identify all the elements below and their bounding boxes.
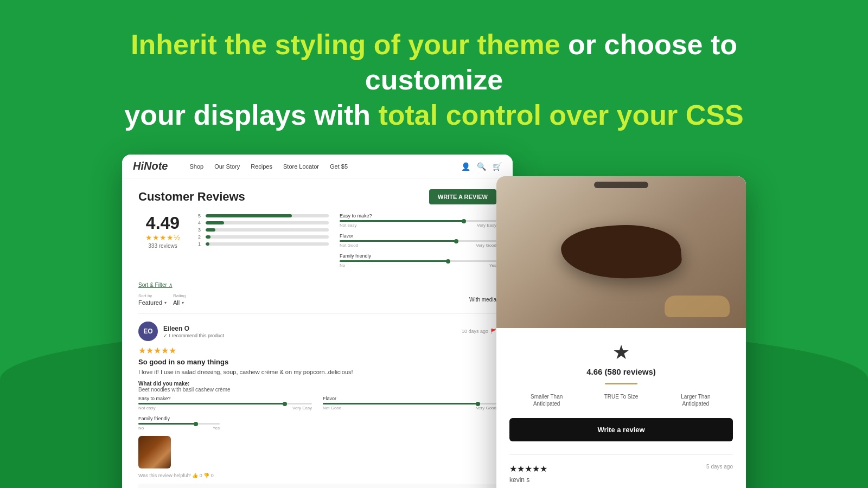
fit-true: TRUE To Size [584, 393, 658, 407]
reviewer-name: Eileen O [163, 325, 224, 332]
family-friendly-slider: Family friendly NoYes [340, 253, 496, 268]
sort-by-select[interactable]: Featured ▾ [138, 299, 167, 306]
bar-row-2: 2 [198, 234, 329, 240]
fit-larger: Larger ThanAnticipated [659, 393, 733, 407]
bar-row-3: 3 [198, 227, 329, 233]
rating-select[interactable]: All ▾ [173, 299, 186, 306]
user-icon[interactable]: 👤 [461, 162, 470, 171]
sort-filter-toggle[interactable]: Sort & Filter ∧ [138, 282, 496, 288]
shoe-accent [665, 296, 730, 317]
right-review-1-header: ★★★★★ 5 days ago [509, 464, 733, 474]
review-item: EO Eileen O ✓ I recommend this product 1… [138, 313, 496, 488]
with-media-filter[interactable]: With media [469, 297, 496, 303]
review-attribute-sliders: Easy to make? Not easyVery Easy Flavor [138, 396, 496, 410]
review-stars: ★★★★★ [138, 345, 496, 356]
overall-stars: ★★★★½ [138, 233, 187, 242]
bar-row-1: 1 [198, 241, 329, 247]
reviews-section: Customer Reviews WRITE A REVIEW 4.49 ★★★… [122, 178, 513, 488]
nav-bar: HiNote Shop Our Story Recipes Store Loca… [122, 155, 513, 178]
nav-get5[interactable]: Get $5 [330, 163, 348, 170]
nav-links: Shop Our Story Recipes Store Locator Get… [189, 163, 348, 170]
nav-recipes[interactable]: Recipes [251, 163, 272, 170]
flavor-slider: Flavor Not GoodVery Good [340, 233, 496, 248]
review-title: So good in so many things [138, 358, 496, 366]
easy-to-make-slider: Easy to make? Not easyVery Easy [340, 213, 496, 228]
sort-by-group: Sort by Featured ▾ [138, 293, 167, 306]
headline-text: Inherit the styling of your theme or cho… [108, 27, 760, 133]
attribute-sliders: Easy to make? Not easyVery Easy Flavor [340, 213, 496, 273]
review-photo[interactable] [138, 436, 171, 468]
seller-response: Response from Justin C: Thank you so muc… [138, 484, 496, 488]
right-panel: ★ 4.66 (580 reviews) Smaller ThanAnticip… [496, 328, 746, 488]
nav-our-story[interactable]: Our Story [214, 163, 240, 170]
screenshots-container: HiNote Shop Our Story Recipes Store Loca… [0, 155, 868, 488]
nav-store-locator[interactable]: Store Locator [283, 163, 319, 170]
nav-logo: HiNote [133, 160, 168, 172]
review-flavor-slider: Flavor Not GoodVery Good [323, 396, 496, 410]
rating-divider [605, 383, 637, 384]
fit-true-label: TRUE To Size [584, 393, 658, 400]
product-image [496, 176, 746, 328]
left-screenshot: HiNote Shop Our Story Recipes Store Loca… [122, 155, 513, 488]
rating-star-icon: ★ [509, 341, 733, 364]
fit-row: Smaller ThanAnticipated TRUE To Size Lar… [509, 393, 733, 407]
write-review-button-dark[interactable]: Write a review [509, 418, 733, 441]
fit-larger-label: Larger ThanAnticipated [659, 393, 733, 407]
recommend-badge: ✓ I recommend this product [163, 333, 224, 338]
write-review-button[interactable]: WRITE A REVIEW [429, 189, 496, 204]
review-date: 10 days ago 🚩 [462, 329, 496, 334]
reviewer-avatar: EO [138, 322, 158, 341]
right-reviewer-1: kevin s [509, 476, 733, 484]
rating-summary: 4.49 ★★★★½ 333 reviews 5 4 3 [138, 213, 496, 273]
nav-icons: 👤 🔍 🛒 [461, 162, 502, 171]
chevron-down-icon: ▾ [164, 300, 167, 305]
search-icon[interactable]: 🔍 [477, 162, 486, 171]
fit-smaller-label: Smaller ThanAnticipated [509, 393, 584, 407]
rating-group: Rating All ▾ [173, 293, 186, 306]
right-review-1: ★★★★★ 5 days ago kevin s Super comfy and… [509, 464, 733, 488]
cart-icon[interactable]: 🛒 [493, 162, 502, 171]
fit-smaller: Smaller ThanAnticipated [509, 393, 584, 407]
right-screenshot: ★ 4.66 (580 reviews) Smaller ThanAnticip… [496, 176, 746, 488]
right-review-1-stars: ★★★★★ [509, 464, 547, 474]
bar-row-5: 5 [198, 213, 329, 219]
headline-section: Inherit the styling of your theme or cho… [0, 0, 868, 155]
review-count: 333 reviews [138, 243, 187, 249]
review-top: EO Eileen O ✓ I recommend this product 1… [138, 322, 496, 341]
helpful-row: Was this review helpful? 👍 0 👎 0 [138, 473, 496, 478]
overall-number: 4.49 [138, 213, 187, 233]
reviews-header: Customer Reviews WRITE A REVIEW [138, 189, 496, 204]
overall-rating: 4.49 ★★★★½ 333 reviews [138, 213, 187, 273]
review-body: I love it! I use in salad dressing, soup… [138, 368, 496, 376]
review-family-slider: Family friendly NoYes [138, 416, 496, 431]
phone-notch [594, 182, 648, 188]
flag-icon: 🚩 [490, 329, 496, 334]
nav-shop[interactable]: Shop [189, 163, 203, 170]
rating-bars: 5 4 3 2 1 [198, 213, 329, 273]
right-rating: 4.66 (580 reviews) [509, 367, 733, 376]
chevron-down-icon-2: ▾ [182, 300, 184, 305]
review-easy-slider: Easy to make? Not easyVery Easy [138, 396, 312, 410]
review-made: What did you make: Beet noodles with bas… [138, 381, 496, 393]
sort-row: Sort by Featured ▾ Rating All ▾ With med… [138, 293, 496, 306]
reviews-divider [509, 454, 733, 455]
reviews-title: Customer Reviews [138, 190, 245, 204]
bar-row-4: 4 [198, 220, 329, 226]
right-review-1-date: 5 days ago [706, 464, 733, 470]
